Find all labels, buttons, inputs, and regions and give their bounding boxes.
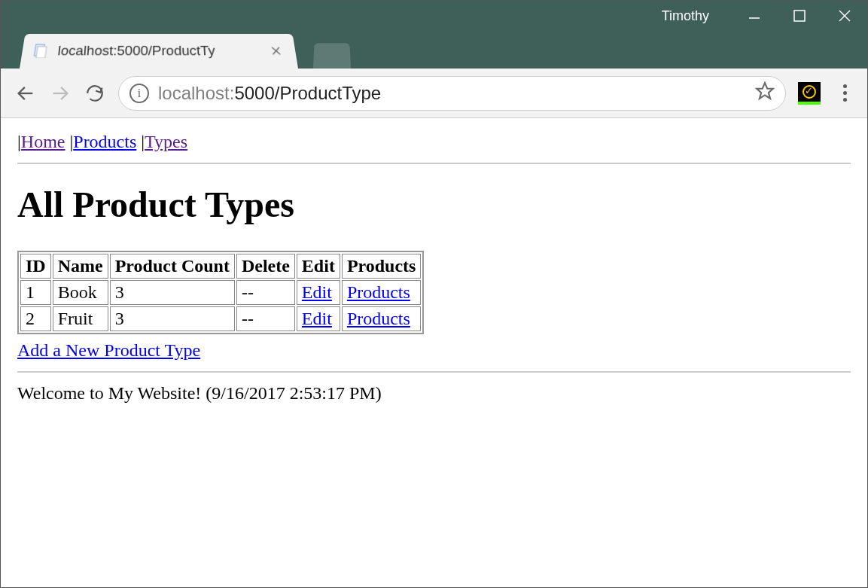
window-username: Timothy: [662, 8, 709, 24]
edit-link[interactable]: Edit: [302, 282, 332, 302]
cell-count: 3: [110, 280, 235, 305]
bookmark-button[interactable]: [755, 81, 775, 105]
cell-products: Products: [342, 306, 422, 331]
edit-link[interactable]: Edit: [302, 309, 332, 328]
tab-title: localhost:5000/ProductTy: [57, 43, 270, 59]
forward-button[interactable]: [43, 76, 78, 111]
table-row: 1 Book 3 -- Edit Products: [20, 280, 421, 305]
reload-button[interactable]: [78, 76, 112, 111]
cell-count: 3: [110, 306, 235, 331]
minimize-button[interactable]: [732, 1, 777, 31]
add-product-type-link[interactable]: Add a New Product Type: [17, 340, 200, 361]
window-titlebar: Timothy: [1, 1, 867, 31]
star-icon: [755, 81, 775, 101]
svg-rect-5: [36, 47, 47, 58]
cell-name: Book: [53, 280, 108, 305]
close-icon: [838, 9, 851, 23]
welcome-message: Welcome to My Website! (9/16/2017 2:53:1…: [17, 383, 851, 404]
arrow-left-icon: [15, 83, 36, 104]
browser-toolbar: i localhost:5000/ProductType: [1, 69, 867, 118]
th-id: ID: [20, 254, 51, 279]
tab-strip: localhost:5000/ProductTy: [1, 31, 867, 69]
window-controls: [732, 1, 867, 31]
products-link[interactable]: Products: [347, 282, 410, 302]
svg-rect-1: [794, 11, 805, 21]
url-path: 5000/ProductType: [234, 83, 381, 104]
cell-name: Fruit: [53, 306, 108, 331]
nav-products[interactable]: Products: [73, 132, 136, 151]
new-tab-button[interactable]: [313, 43, 351, 69]
back-button[interactable]: [8, 76, 43, 111]
svg-marker-10: [757, 83, 773, 99]
page-viewport: |Home |Products |Types All Product Types…: [1, 118, 867, 588]
close-icon: [270, 46, 282, 56]
dot-icon: [843, 98, 847, 102]
maximize-icon: [793, 9, 806, 23]
close-button[interactable]: [822, 1, 867, 31]
cell-id: 2: [20, 306, 51, 331]
minimize-icon: [748, 9, 761, 23]
nav-home[interactable]: Home: [21, 132, 65, 151]
th-delete: Delete: [236, 254, 295, 279]
tab-close-button[interactable]: [268, 44, 285, 58]
cell-products: Products: [342, 280, 422, 305]
page-favicon-icon: [32, 43, 50, 59]
cell-edit: Edit: [297, 280, 340, 305]
reload-icon: [85, 84, 105, 103]
nav-types[interactable]: Types: [145, 132, 187, 151]
cell-id: 1: [20, 280, 51, 305]
page-nav: |Home |Products |Types: [17, 132, 851, 152]
cell-delete: --: [236, 306, 295, 331]
page-title: All Product Types: [17, 184, 851, 225]
product-types-table: ID Name Product Count Delete Edit Produc…: [17, 251, 424, 334]
th-edit: Edit: [297, 254, 340, 279]
divider: [17, 371, 851, 373]
tab-active[interactable]: localhost:5000/ProductTy: [20, 34, 298, 69]
th-products: Products: [342, 254, 422, 279]
table-header-row: ID Name Product Count Delete Edit Produc…: [20, 254, 421, 279]
dot-icon: [843, 91, 847, 95]
norton-extension-icon[interactable]: [798, 82, 821, 105]
dot-icon: [843, 84, 847, 88]
address-bar[interactable]: i localhost:5000/ProductType: [118, 76, 786, 111]
table-row: 2 Fruit 3 -- Edit Products: [20, 306, 421, 331]
arrow-right-icon: [50, 83, 71, 104]
site-info-icon[interactable]: i: [129, 84, 149, 103]
url-host: localhost:: [158, 83, 234, 104]
cell-edit: Edit: [297, 306, 340, 331]
cell-delete: --: [236, 280, 295, 305]
th-count: Product Count: [110, 254, 235, 279]
browser-menu-button[interactable]: [830, 76, 860, 111]
products-link[interactable]: Products: [347, 309, 410, 328]
th-name: Name: [53, 254, 108, 279]
maximize-button[interactable]: [777, 1, 822, 31]
divider: [17, 163, 851, 164]
